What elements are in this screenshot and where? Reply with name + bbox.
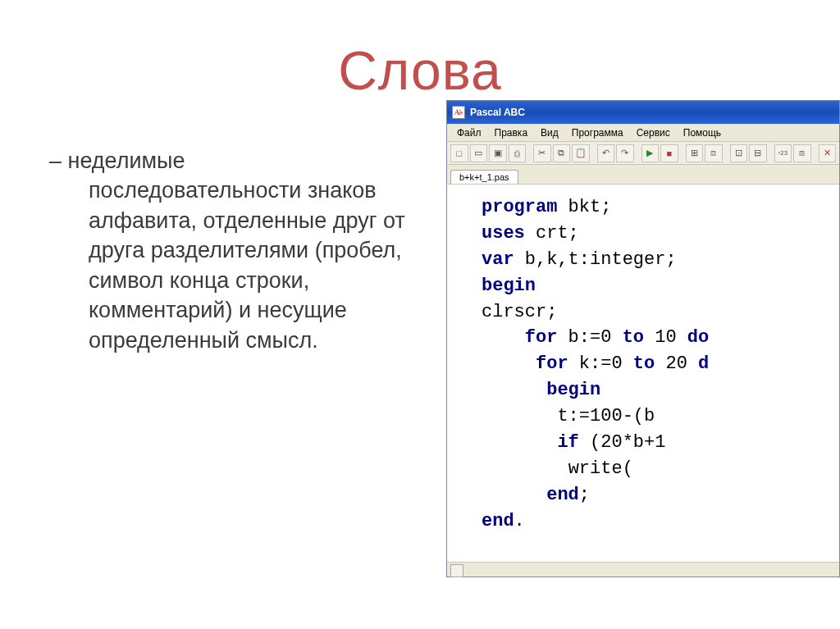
code: write(: [568, 458, 633, 479]
toolbar: □ ▭ ▣ ⎙ ✂ ⧉ 📋 ↶ ↷ ▶ ■ ⊞ ⧈ ⊡ ⊟ ›23 ⧆ ✕: [447, 142, 839, 165]
app-icon: A♭: [452, 106, 465, 119]
body-lead: – неделимые: [49, 148, 185, 173]
code-editor[interactable]: program bkt; uses crt; var b,k,t:integer…: [447, 185, 839, 562]
kw-begin: begin: [546, 380, 600, 400]
menu-help[interactable]: Помощь: [677, 125, 728, 140]
tb-undo[interactable]: ↶: [597, 144, 615, 162]
tb-save[interactable]: ▣: [489, 144, 507, 162]
tb-a[interactable]: ⊞: [686, 144, 704, 162]
menubar: Файл Правка Вид Программа Сервис Помощь: [447, 124, 839, 142]
tb-cut[interactable]: ✂: [533, 144, 551, 162]
menu-view[interactable]: Вид: [534, 125, 565, 140]
code: k:=0: [568, 353, 633, 374]
code: (20*b+1: [579, 432, 666, 453]
body-text: – неделимые последовательности знаков ал…: [64, 146, 417, 355]
titlebar-text: Pascal ABC: [470, 107, 525, 118]
kw-begin: begin: [482, 276, 536, 296]
kw-if: if: [557, 432, 578, 453]
code: clrscr;: [482, 302, 557, 322]
kw-do: d: [698, 353, 709, 374]
kw-end: end: [482, 511, 514, 531]
body-rest: последовательности знаков алфавита, отде…: [64, 175, 417, 355]
code: .: [514, 511, 525, 531]
tb-redo[interactable]: ↷: [616, 144, 634, 162]
kw-program: program: [482, 197, 557, 217]
code: t:=100-(b: [557, 406, 655, 426]
kw-uses: uses: [482, 223, 525, 244]
code: ;: [579, 485, 590, 505]
tb-f[interactable]: ⧆: [793, 144, 811, 162]
kw-to: to: [633, 353, 655, 374]
code: b,k,t:integer;: [514, 249, 677, 270]
tb-open[interactable]: ▭: [470, 144, 488, 162]
code: 20: [655, 353, 698, 374]
tb-b[interactable]: ⧈: [705, 144, 723, 162]
slide-title: Слова: [0, 39, 840, 102]
kw-do: do: [687, 327, 709, 348]
tb-run[interactable]: ▶: [641, 144, 660, 162]
tb-paste[interactable]: 📋: [572, 144, 590, 162]
tb-new[interactable]: □: [450, 144, 468, 162]
tb-close[interactable]: ✕: [819, 144, 837, 162]
code: crt;: [525, 223, 579, 244]
menu-service[interactable]: Сервис: [630, 125, 677, 140]
tb-e[interactable]: ›23: [774, 144, 792, 162]
tb-d[interactable]: ⊟: [749, 144, 767, 162]
tb-c[interactable]: ⊡: [730, 144, 748, 162]
scrollbar[interactable]: [447, 562, 839, 577]
code: 10: [644, 327, 687, 348]
pascal-window: A♭ Pascal ABC Файл Правка Вид Программа …: [446, 100, 840, 577]
tb-print[interactable]: ⎙: [509, 144, 527, 162]
kw-var: var: [482, 249, 514, 270]
menu-edit[interactable]: Правка: [488, 125, 535, 140]
menu-file[interactable]: Файл: [450, 125, 488, 140]
kw-to: to: [623, 327, 644, 348]
tb-stop[interactable]: ■: [660, 144, 678, 162]
kw-for: for: [525, 327, 558, 348]
menu-program[interactable]: Программа: [565, 125, 630, 140]
titlebar: A♭ Pascal ABC: [447, 101, 839, 124]
code: b:=0: [557, 327, 622, 348]
kw-for: for: [536, 353, 568, 374]
file-tab[interactable]: b+k+t_1.pas: [450, 170, 518, 184]
code: bkt;: [557, 197, 611, 217]
tabbar: b+k+t_1.pas: [447, 165, 839, 185]
tb-copy[interactable]: ⧉: [553, 144, 571, 162]
kw-end: end: [546, 485, 579, 505]
